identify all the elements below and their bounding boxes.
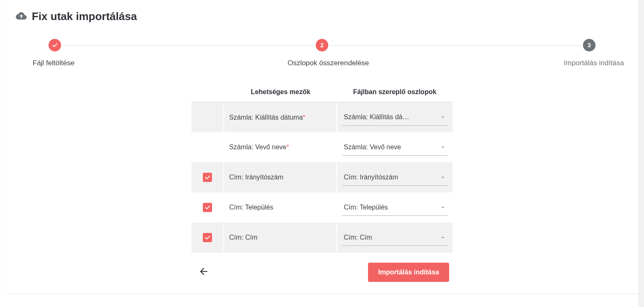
stepper-line <box>330 45 581 46</box>
step-3-label: Importálás indítása <box>427 59 632 67</box>
possible-field-label: Cím: Település <box>229 204 273 211</box>
possible-cell: Számla: Kiállítás dátuma* <box>224 102 337 132</box>
mapping-table: Lehetséges mezők Fájlban szereplő oszlop… <box>192 82 452 253</box>
required-asterisk: * <box>303 114 305 121</box>
arrow-left-icon <box>198 266 209 277</box>
scrollbar[interactable] <box>638 0 644 296</box>
chevron-down-icon <box>440 174 446 180</box>
possible-cell: Cím: Település <box>224 192 337 223</box>
start-import-button[interactable]: Importálás indítása <box>368 263 449 282</box>
select-value: Számla: Kiállítás dá… <box>344 113 409 121</box>
page-title: Fix utak importálása <box>32 10 137 23</box>
chevron-down-icon <box>440 235 446 240</box>
checkbox-cell <box>192 102 224 132</box>
import-card: Fix utak importálása 2 3 Fájl feltöltése… <box>3 3 641 294</box>
row-checkbox[interactable] <box>203 233 212 242</box>
file-column-select[interactable]: Cím: Cím <box>342 229 447 246</box>
possible-field-label: Számla: Vevő neve <box>229 143 286 151</box>
back-button[interactable] <box>195 263 212 282</box>
possible-field-label: Számla: Kiállítás dátuma <box>229 114 303 121</box>
file-column-select[interactable]: Cím: Irányítószám <box>342 169 447 186</box>
chevron-down-icon <box>440 205 446 210</box>
column-header-file: Fájlban szereplő oszlopok <box>337 82 452 102</box>
file-column-select[interactable]: Cím: Település <box>342 199 447 216</box>
step-1-badge <box>49 39 61 51</box>
select-value: Cím: Település <box>344 204 388 211</box>
possible-field-label: Cím: Cím <box>229 234 258 241</box>
column-header-checkbox <box>192 82 224 102</box>
column-header-possible: Lehetséges mezők <box>224 82 337 102</box>
required-asterisk: * <box>286 143 289 151</box>
step-3-badge: 3 <box>583 39 595 51</box>
check-icon <box>51 42 58 49</box>
step-2-label: Oszlopok összerendelése <box>230 59 427 67</box>
step-2-badge: 2 <box>316 39 328 51</box>
select-value: Cím: Irányítószám <box>344 174 398 181</box>
checkbox-cell <box>192 132 224 162</box>
table-row: Cím: Település Cím: Település <box>192 192 452 223</box>
header: Fix utak importálása <box>12 10 632 23</box>
chevron-down-icon <box>440 114 446 120</box>
select-value: Számla: Vevő neve <box>344 143 401 151</box>
chevron-down-icon <box>440 144 446 150</box>
step-1-label: Fájl feltöltése <box>12 59 230 67</box>
file-column-select[interactable]: Számla: Vevő neve <box>342 139 447 156</box>
cloud-upload-icon <box>16 10 27 23</box>
possible-cell: Számla: Vevő neve* <box>224 132 337 162</box>
row-checkbox[interactable] <box>203 173 212 182</box>
select-value: Cím: Cím <box>344 234 372 241</box>
table-row: Számla: Kiállítás dátuma* Számla: Kiállí… <box>192 102 452 132</box>
table-row: Számla: Vevő neve* Számla: Vevő neve <box>192 132 452 162</box>
file-column-select[interactable]: Számla: Kiállítás dá… <box>342 109 447 126</box>
possible-cell: Cím: Cím <box>224 223 337 253</box>
table-row: Cím: Irányítószám Cím: Irányítószám <box>192 162 452 192</box>
table-row: Cím: Cím Cím: Cím <box>192 223 452 253</box>
possible-field-label: Cím: Irányítószám <box>229 174 284 181</box>
possible-cell: Cím: Irányítószám <box>224 162 337 192</box>
row-checkbox[interactable] <box>203 203 212 212</box>
stepper-line <box>63 45 314 46</box>
stepper: 2 3 Fájl feltöltése Oszlopok összerendel… <box>12 39 632 67</box>
